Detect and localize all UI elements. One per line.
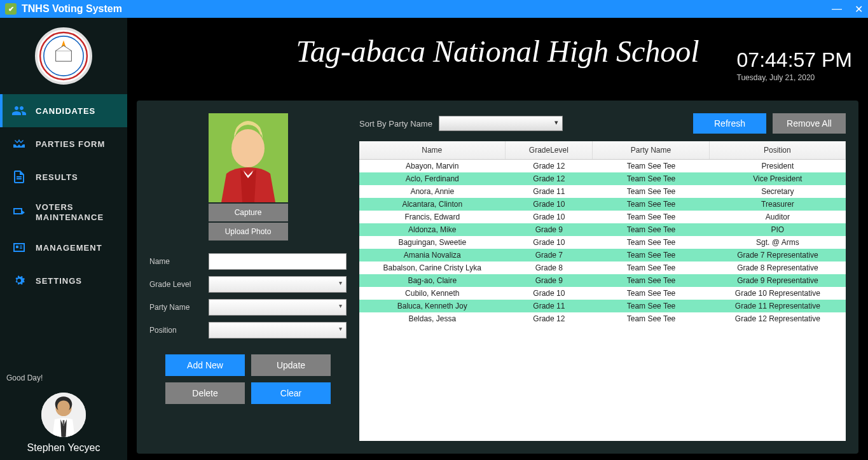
cell-name: Aclo, Ferdinand bbox=[359, 172, 506, 185]
sidebar: CANDIDATES PARTIES FORM RESULTS VOTERS M… bbox=[0, 18, 127, 460]
cell-party: Team See Tee bbox=[593, 236, 710, 249]
nav-voters[interactable]: VOTERS MAINTENANCE bbox=[0, 193, 127, 231]
table-row[interactable]: Babalson, Carine Cristy LykaGrade 8Team … bbox=[359, 261, 846, 274]
nav-menu: CANDIDATES PARTIES FORM RESULTS VOTERS M… bbox=[0, 94, 127, 370]
cell-grade: Grade 7 bbox=[506, 249, 593, 261]
remove-all-button[interactable]: Remove All bbox=[773, 113, 846, 134]
cell-party: Team See Tee bbox=[593, 300, 710, 312]
cell-name: Francis, Edward bbox=[359, 211, 506, 223]
table-row[interactable]: Cubilo, KennethGrade 10Team See TeeGrade… bbox=[359, 287, 846, 300]
username-label: Stephen Yecyec bbox=[0, 442, 127, 454]
clock: 07:44:57 PM Tuesday, July 21, 2020 bbox=[737, 48, 852, 82]
cell-position: Grade 10 Representative bbox=[710, 287, 846, 300]
cell-party: Team See Tee bbox=[593, 211, 710, 223]
cell-party: Team See Tee bbox=[593, 185, 710, 198]
date-display: Tuesday, July 21, 2020 bbox=[737, 73, 852, 82]
user-section: Stephen Yecyec bbox=[0, 386, 127, 460]
header: Tag-abaca National High School 07:44:57 … bbox=[127, 18, 868, 94]
nav-settings[interactable]: SETTINGS bbox=[0, 264, 127, 297]
svg-point-7 bbox=[231, 129, 265, 167]
nav-management[interactable]: MANAGEMENT bbox=[0, 231, 127, 264]
time-display: 07:44:57 PM bbox=[737, 48, 852, 72]
cell-position: Grade 9 Representative bbox=[710, 274, 846, 287]
upload-photo-button[interactable]: Upload Photo bbox=[209, 223, 288, 240]
sort-label: Sort By Party Name bbox=[359, 119, 432, 129]
table-row[interactable]: Aclo, FerdinandGrade 12Team See TeeVice … bbox=[359, 172, 846, 185]
add-new-button[interactable]: Add New bbox=[165, 354, 245, 376]
svg-rect-2 bbox=[56, 51, 72, 61]
cell-name: Alcantara, Clinton bbox=[359, 198, 506, 211]
nav-label: RESULTS bbox=[36, 172, 78, 182]
table-row[interactable]: Francis, EdwardGrade 10Team See TeeAudit… bbox=[359, 211, 846, 223]
delete-button[interactable]: Delete bbox=[165, 382, 245, 404]
cell-position: Auditor bbox=[710, 211, 846, 223]
sort-select[interactable] bbox=[439, 116, 563, 131]
table-row[interactable]: Alcantara, ClintonGrade 10Team See TeeTr… bbox=[359, 198, 846, 211]
form-panel: Capture Upload Photo Name Grade Level Pa… bbox=[149, 113, 347, 441]
content-panel: Capture Upload Photo Name Grade Level Pa… bbox=[137, 101, 858, 454]
table-row[interactable]: Beldas, JessaGrade 12Team See TeeGrade 1… bbox=[359, 312, 846, 325]
table-header: Name GradeLevel Party Name Position bbox=[359, 141, 846, 160]
party-label: Party Name bbox=[149, 303, 209, 312]
nav-label: VOTERS MAINTENANCE bbox=[36, 202, 116, 222]
capture-button[interactable]: Capture bbox=[209, 204, 288, 221]
people-icon bbox=[11, 103, 27, 118]
col-party[interactable]: Party Name bbox=[593, 141, 710, 159]
cell-position: Grade 8 Representative bbox=[710, 261, 846, 274]
cell-position: Vice President bbox=[710, 172, 846, 185]
cell-name: Bag-ao, Claire bbox=[359, 274, 506, 287]
refresh-button[interactable]: Refresh bbox=[693, 113, 766, 134]
cell-party: Team See Tee bbox=[593, 198, 710, 211]
cell-grade: Grade 9 bbox=[506, 223, 593, 236]
nav-label: CANDIDATES bbox=[36, 106, 95, 116]
cell-party: Team See Tee bbox=[593, 172, 710, 185]
cell-party: Team See Tee bbox=[593, 312, 710, 325]
cell-name: Amania Novaliza bbox=[359, 249, 506, 261]
table-row[interactable]: Bag-ao, ClaireGrade 9Team See TeeGrade 9… bbox=[359, 274, 846, 287]
position-label: Position bbox=[149, 326, 209, 335]
name-input[interactable] bbox=[209, 253, 347, 270]
cell-party: Team See Tee bbox=[593, 261, 710, 274]
nav-parties[interactable]: PARTIES FORM bbox=[0, 127, 127, 160]
cell-grade: Grade 10 bbox=[506, 236, 593, 249]
col-grade[interactable]: GradeLevel bbox=[506, 141, 593, 159]
nav-candidates[interactable]: CANDIDATES bbox=[0, 94, 127, 127]
cell-party: Team See Tee bbox=[593, 223, 710, 236]
user-avatar bbox=[41, 393, 86, 437]
update-button[interactable]: Update bbox=[251, 354, 331, 376]
grade-select[interactable] bbox=[209, 276, 347, 293]
cell-grade: Grade 10 bbox=[506, 211, 593, 223]
table-toolbar: Sort By Party Name Refresh Remove All bbox=[359, 113, 846, 134]
cell-grade: Grade 10 bbox=[506, 198, 593, 211]
cell-grade: Grade 11 bbox=[506, 300, 593, 312]
close-button[interactable]: ✕ bbox=[855, 3, 863, 15]
cell-grade: Grade 8 bbox=[506, 261, 593, 274]
table-row[interactable]: Baluca, Kenneth JoyGrade 11Team See TeeG… bbox=[359, 300, 846, 312]
grade-label: Grade Level bbox=[149, 280, 209, 289]
cell-position: Treasurer bbox=[710, 198, 846, 211]
cell-grade: Grade 11 bbox=[506, 185, 593, 198]
cell-party: Team See Tee bbox=[593, 160, 710, 172]
table-row[interactable]: Abayon, MarvinGrade 12Team See TeePresid… bbox=[359, 160, 846, 172]
cell-grade: Grade 12 bbox=[506, 160, 593, 172]
table-row[interactable]: Aldonza, MikeGrade 9Team See TeePIO bbox=[359, 223, 846, 236]
minimize-button[interactable]: — bbox=[832, 3, 842, 15]
voters-icon bbox=[11, 205, 27, 220]
cell-grade: Grade 10 bbox=[506, 287, 593, 300]
party-select[interactable] bbox=[209, 299, 347, 316]
document-icon bbox=[11, 169, 27, 185]
table-row[interactable]: Baguingan, SweetieGrade 10Team See TeeSg… bbox=[359, 236, 846, 249]
greeting-text: Good Day! bbox=[0, 370, 127, 386]
table-panel: Sort By Party Name Refresh Remove All Na… bbox=[359, 113, 846, 441]
col-position[interactable]: Position bbox=[710, 141, 846, 159]
position-select[interactable] bbox=[209, 322, 347, 338]
nav-results[interactable]: RESULTS bbox=[0, 160, 127, 193]
cell-name: Anora, Annie bbox=[359, 185, 506, 198]
table-row[interactable]: Anora, AnnieGrade 11Team See TeeSecretar… bbox=[359, 185, 846, 198]
gear-icon bbox=[11, 273, 27, 288]
table-row[interactable]: Amania NovalizaGrade 7Team See TeeGrade … bbox=[359, 249, 846, 261]
id-icon bbox=[11, 240, 27, 255]
col-name[interactable]: Name bbox=[359, 141, 506, 159]
clear-button[interactable]: Clear bbox=[251, 382, 331, 404]
cell-position: PIO bbox=[710, 223, 846, 236]
